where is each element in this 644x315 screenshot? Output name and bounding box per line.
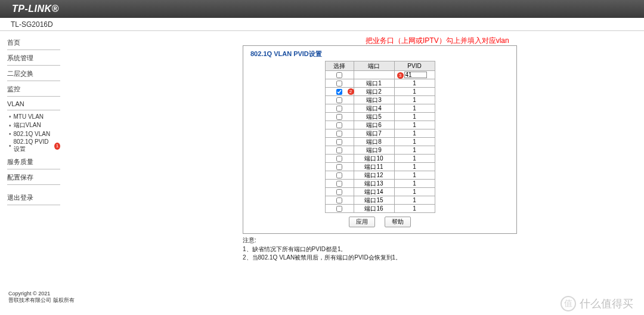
port-cell: 端口1 (354, 79, 394, 88)
sidebar-item-portvlan[interactable]: 端口VLAN (7, 121, 60, 130)
port-cell: 端口15 (354, 196, 394, 205)
notes: 注意: 1、缺省情况下所有端口的PVID都是1。 2、当802.1Q VLAN被… (243, 236, 517, 262)
table-row: 端口131 (325, 180, 435, 188)
sidebar-item-label: MTU VLAN (14, 113, 44, 120)
row-checkbox[interactable] (336, 172, 342, 178)
table-row: 端口151 (325, 196, 435, 205)
sidebar-item-qos[interactable]: 服务质量 (7, 156, 60, 169)
table-row: 端口11 (325, 79, 435, 88)
table-row: 端口91 (325, 146, 435, 155)
sidebar-item-vlan[interactable]: VLAN (7, 99, 60, 110)
sidebar-item-sysmgmt[interactable]: 系统管理 (7, 52, 60, 66)
copyright: Copyright © 2021 普联技术有限公司 版权所有 (8, 291, 75, 304)
port-cell: 端口10 (354, 155, 394, 163)
table-row: 端口71 (325, 129, 435, 138)
sidebar-item-label: 802.1Q VLAN (14, 131, 51, 137)
select-all-checkbox[interactable] (336, 72, 342, 78)
table-row: 端口141 (325, 188, 435, 196)
table-row: 端口51 (325, 113, 435, 121)
main-content: 把业务口（上网或IPTV）勾上并填入对应vlan 802.1Q VLAN PVI… (67, 31, 644, 315)
pvid-cell: 1 (394, 121, 435, 129)
help-button[interactable]: 帮助 (385, 217, 411, 227)
row-checkbox[interactable] (336, 106, 342, 112)
table-row: 端口101 (325, 155, 435, 163)
port-cell: 端口3 (354, 96, 394, 104)
apply-button[interactable]: 应用 (349, 217, 375, 227)
port-cell: 端口9 (354, 146, 394, 155)
sidebar-item-logout[interactable]: 退出登录 (7, 192, 60, 205)
note-line-2: 2、当802.1Q VLAN被禁用后，所有端口的PVID会恢复到1。 (243, 254, 517, 262)
sidebar-item-label: 端口VLAN (14, 121, 41, 129)
row-checkbox[interactable] (336, 164, 342, 170)
sidebar-item-label: 802.1Q PVID设置 (14, 138, 53, 153)
pvid-cell: 1 (394, 180, 435, 188)
port-cell: 端口5 (354, 113, 394, 121)
copyright-line2: 普联技术有限公司 版权所有 (8, 297, 75, 304)
port-cell: 端口11 (354, 163, 394, 171)
port-cell: 端口14 (354, 188, 394, 196)
pvid-table: 选择 端口 PVID 3 端口112端口21端口31端口41端口51端口61端口… (325, 61, 435, 213)
row-checkbox[interactable] (336, 114, 342, 120)
th-port: 端口 (354, 61, 394, 71)
port-cell: 端口16 (354, 205, 394, 213)
annotation-badge-2: 2 (348, 88, 354, 95)
table-row: 端口161 (325, 205, 435, 213)
port-cell: 端口4 (354, 104, 394, 113)
sidebar-item-home[interactable]: 首页 (7, 37, 60, 50)
sidebar-item-l2switch[interactable]: 二层交换 (7, 68, 60, 81)
row-checkbox[interactable] (336, 139, 342, 145)
row-checkbox[interactable] (336, 81, 342, 87)
row-checkbox[interactable] (336, 206, 342, 212)
button-row: 应用 帮助 (249, 217, 510, 227)
sidebar: 首页 系统管理 二层交换 监控 VLAN MTU VLAN 端口VLAN 802… (0, 31, 67, 315)
pvid-cell: 1 (394, 96, 435, 104)
row-checkbox[interactable] (336, 147, 342, 153)
sidebar-item-mtuvlan[interactable]: MTU VLAN (7, 113, 60, 121)
row-checkbox[interactable] (336, 97, 342, 103)
pvid-cell: 1 (394, 155, 435, 163)
port-cell: 端口7 (354, 129, 394, 138)
row-checkbox[interactable] (336, 131, 342, 137)
table-row: 端口61 (325, 121, 435, 129)
pvid-cell: 1 (394, 163, 435, 171)
watermark-text: 什么值得买 (580, 297, 633, 311)
pvid-input[interactable] (404, 72, 427, 78)
th-pvid: PVID (394, 61, 435, 71)
pvid-panel: 802.1Q VLAN PVID设置 选择 端口 PVID 3 (243, 45, 517, 234)
annotation-text: 把业务口（上网或IPTV）勾上并填入对应vlan (366, 36, 509, 46)
row-checkbox[interactable] (336, 181, 342, 187)
notes-title: 注意: (243, 236, 517, 245)
port-cell: 端口12 (354, 171, 394, 180)
copyright-line1: Copyright © 2021 (8, 291, 75, 298)
row-checkbox[interactable] (336, 189, 342, 195)
panel-legend: 802.1Q VLAN PVID设置 (249, 50, 323, 58)
row-checkbox[interactable] (336, 89, 342, 95)
pvid-cell: 1 (394, 196, 435, 205)
pvid-cell: 1 (394, 113, 435, 121)
brand-logo: TP-LINK® (12, 4, 59, 14)
pvid-cell: 1 (394, 129, 435, 138)
pvid-cell: 1 (394, 188, 435, 196)
pvid-cell: 1 (394, 138, 435, 146)
sidebar-item-dot1qvlan[interactable]: 802.1Q VLAN (7, 130, 60, 138)
pvid-cell: 1 (394, 88, 435, 96)
sidebar-item-cfgsave[interactable]: 配置保存 (7, 172, 60, 185)
th-select: 选择 (325, 61, 354, 71)
annotation-badge-1: 1 (54, 143, 60, 150)
pvid-cell: 1 (394, 79, 435, 88)
port-cell: 端口6 (354, 121, 394, 129)
table-row: 端口41 (325, 104, 435, 113)
table-row: 2端口21 (325, 88, 435, 96)
row-checkbox[interactable] (336, 122, 342, 128)
sidebar-item-monitor[interactable]: 监控 (7, 84, 60, 97)
annotation-badge-3: 3 (397, 72, 404, 79)
pvid-cell: 1 (394, 171, 435, 180)
sidebar-item-pvid[interactable]: 802.1Q PVID设置 1 (7, 138, 60, 154)
watermark: 值 什么值得买 (561, 296, 633, 311)
model-label: TL-SG2016D (11, 20, 53, 29)
app-header: TP-LINK® (0, 0, 644, 18)
pvid-cell: 1 (394, 205, 435, 213)
row-checkbox[interactable] (336, 197, 342, 203)
table-header-row: 3 (325, 71, 435, 79)
row-checkbox[interactable] (336, 156, 342, 162)
